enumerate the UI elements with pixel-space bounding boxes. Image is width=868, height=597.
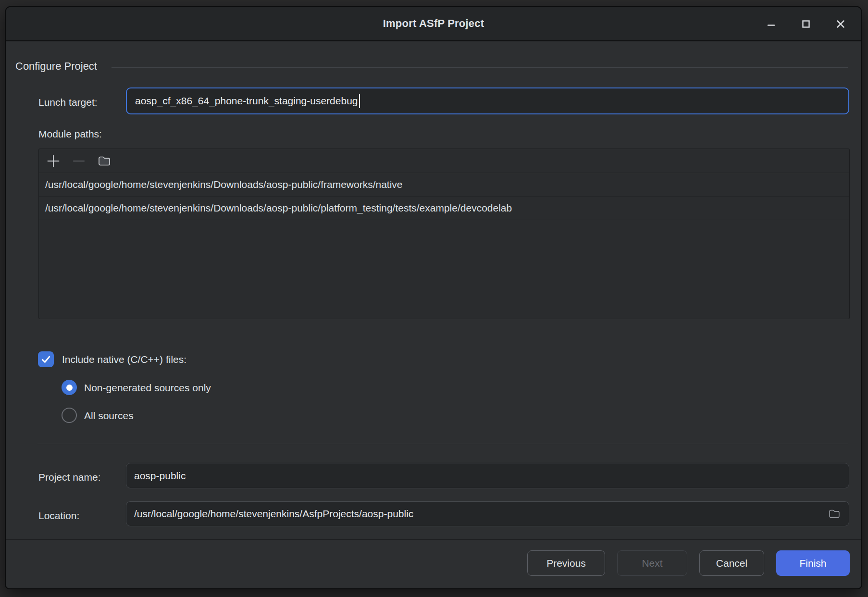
check-icon bbox=[40, 354, 51, 365]
module-paths-toolbar bbox=[39, 149, 849, 173]
maximize-icon bbox=[801, 19, 811, 29]
text-caret bbox=[359, 94, 360, 108]
cancel-button[interactable]: Cancel bbox=[699, 550, 764, 576]
project-name-label: Project name: bbox=[38, 471, 101, 484]
radio-all-sources-label: All sources bbox=[84, 410, 134, 422]
lunch-target-value: aosp_cf_x86_64_phone-trunk_staging-userd… bbox=[135, 95, 358, 107]
location-value: /usr/local/google/home/stevenjenkins/Asf… bbox=[134, 508, 413, 520]
location-browse-button[interactable] bbox=[828, 507, 841, 521]
project-name-input[interactable]: aosp-public bbox=[126, 463, 849, 488]
section-header: Configure Project bbox=[15, 60, 97, 73]
add-path-button[interactable] bbox=[46, 154, 61, 168]
location-input[interactable]: /usr/local/google/home/stevenjenkins/Asf… bbox=[126, 501, 849, 526]
section-header-rule bbox=[112, 67, 848, 68]
radio-non-generated-label: Non-generated sources only bbox=[84, 382, 211, 394]
radio-all-sources[interactable] bbox=[62, 408, 77, 423]
remove-path-button[interactable] bbox=[72, 154, 86, 168]
browse-path-button[interactable] bbox=[97, 154, 112, 168]
folder-icon bbox=[828, 507, 841, 521]
titlebar: Import ASfP Project bbox=[6, 7, 861, 41]
minus-icon bbox=[72, 154, 86, 168]
previous-button[interactable]: Previous bbox=[527, 550, 605, 576]
footer-separator bbox=[6, 539, 861, 540]
lunch-target-input[interactable]: aosp_cf_x86_64_phone-trunk_staging-userd… bbox=[126, 87, 849, 114]
module-path-row[interactable]: /usr/local/google/home/stevenjenkins/Dow… bbox=[39, 173, 849, 197]
location-label: Location: bbox=[38, 510, 79, 522]
section-divider bbox=[37, 444, 848, 444]
project-name-value: aosp-public bbox=[134, 470, 186, 482]
lunch-target-label: Lunch target: bbox=[38, 96, 98, 109]
close-icon bbox=[835, 19, 846, 29]
dialog-title: Import ASfP Project bbox=[383, 17, 484, 30]
include-native-label: Include native (C/C++) files: bbox=[62, 353, 186, 366]
import-asfp-dialog: Import ASfP Project Configure Project Lu… bbox=[5, 6, 862, 589]
minimize-icon bbox=[766, 19, 777, 29]
minimize-button[interactable] bbox=[765, 18, 778, 30]
radio-non-generated-sources[interactable] bbox=[62, 380, 77, 395]
maximize-button[interactable] bbox=[800, 18, 812, 30]
plus-icon bbox=[46, 154, 61, 168]
close-button[interactable] bbox=[834, 18, 847, 30]
finish-button[interactable]: Finish bbox=[776, 550, 850, 576]
next-button[interactable]: Next bbox=[617, 550, 687, 576]
module-paths-panel: /usr/local/google/home/stevenjenkins/Dow… bbox=[38, 149, 850, 319]
folder-icon bbox=[97, 154, 112, 168]
module-path-row[interactable]: /usr/local/google/home/stevenjenkins/Dow… bbox=[39, 197, 849, 220]
module-paths-label: Module paths: bbox=[38, 128, 102, 140]
footer-buttons: Previous Next Cancel Finish bbox=[527, 550, 850, 576]
window-controls bbox=[765, 7, 847, 41]
include-native-checkbox[interactable] bbox=[38, 351, 54, 367]
